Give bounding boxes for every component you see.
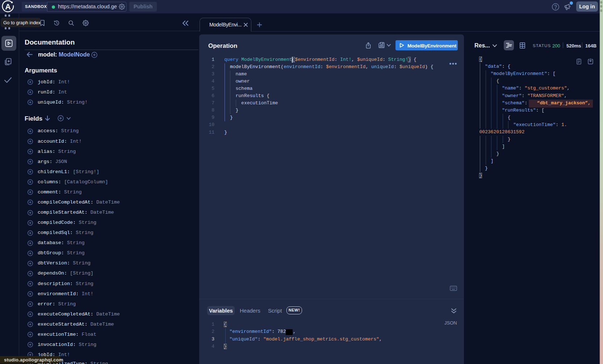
svg-text:A: A [5, 3, 11, 11]
